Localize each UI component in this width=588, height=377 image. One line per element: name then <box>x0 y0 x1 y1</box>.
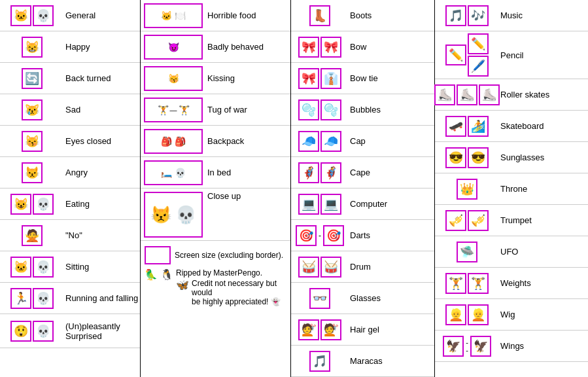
sprite-icon: 👑 <box>460 183 474 195</box>
list-item: 🏃 💀 Running and falling <box>0 283 140 314</box>
sprite-icon: 👱 <box>449 309 463 321</box>
sprite-box: 🫧 <box>320 99 341 120</box>
item-label: Computer <box>346 199 387 209</box>
list-item: 😈 Badly behaved <box>141 31 290 63</box>
penguin-icon: 🐧 <box>160 268 173 281</box>
sprite-container: 😺 💀 <box>3 193 61 215</box>
credit-note: 🦜 🐧 Ripped by MasterPengo. 🦋 Credit not … <box>145 268 286 306</box>
sprite-box: 👱 <box>445 304 466 325</box>
list-item: 🔄 Back turned <box>0 63 140 94</box>
sprite-icon: 🎀 <box>324 41 338 53</box>
credit-line2-row: 🦋 Credit not necessary but wouldbe highl… <box>176 279 286 306</box>
sprite-container: 🐱 💀 <box>3 5 61 27</box>
sprite-box: 🫧 <box>298 99 319 120</box>
list-item: 🐱 💀 Sitting <box>0 251 140 283</box>
sprite-container: 👢 <box>294 5 346 27</box>
list-item: 😲 💀 (Un)pleasantlySurprised <box>0 314 140 348</box>
sprite-box: 😿 <box>22 99 43 120</box>
dash-label: - <box>466 346 468 354</box>
sprite-icon: 🥁 <box>324 261 338 273</box>
sprite-icon: ⛸️ <box>460 89 474 101</box>
list-item: ✏️ ✏️ 🖊️ Pencil <box>435 31 588 79</box>
list-item: 🛸 UFO <box>435 236 588 268</box>
list-item: 🙅 "No" <box>0 220 140 251</box>
item-label: Pencil <box>496 50 523 60</box>
sprite-icon: 💀 <box>175 206 196 223</box>
sprite-box: 😎 <box>468 147 489 168</box>
sprite-icon: 🏋️ <box>179 105 190 115</box>
sprite-box: 💻 <box>298 194 319 215</box>
item-label: Hair gel <box>346 325 379 334</box>
sprite-icon: 🏋️ <box>449 278 463 289</box>
list-item: 😺 💀 Eating <box>0 188 140 220</box>
sprite-icon: 🐱 <box>161 11 172 20</box>
sprite-box: 💀 <box>33 288 54 309</box>
sprite-box: 💇 <box>298 319 319 340</box>
sprite-icon: 💻 <box>324 198 338 210</box>
sprite-box: 👑 <box>457 179 477 200</box>
note-section: Screen size (excluding border). 🦜 🐧 Ripp… <box>141 241 290 312</box>
sprite-icon: 🖊️ <box>471 60 485 72</box>
item-label: General <box>61 10 95 20</box>
item-label: Roller skates <box>496 90 549 99</box>
sprite-container: 🔄 <box>3 67 61 90</box>
item-label: Wings <box>496 341 524 351</box>
list-item: 😎 😎 Sunglasses <box>435 142 588 173</box>
item-label: Kissing <box>203 73 235 83</box>
sprite-box: 🎺 <box>468 210 489 231</box>
sprite-icon: 🛹 <box>449 120 463 132</box>
sprite-icon: 🦅 <box>474 340 488 352</box>
sprite-box: 😲 <box>10 321 31 342</box>
sprite-box: 🧢 <box>298 131 319 152</box>
sprite-container: 🎀 👔 <box>294 67 346 90</box>
sprite-column: ✏️ 🖊️ <box>467 33 489 77</box>
sprite-box: 😽 <box>22 131 43 152</box>
sprite-container: 🧢 🧢 <box>294 130 346 153</box>
sprite-box: 👢 <box>309 5 330 26</box>
item-label: Drum <box>346 262 371 272</box>
main-container: 🐱 💀 General 😸 Happy 🔄 Back turned 😿 Sad <box>0 0 588 377</box>
sprite-box: 👔 <box>320 68 341 89</box>
sprite-icon: 😎 <box>471 152 485 164</box>
list-item: 🎯 - 🎯 Darts <box>291 220 434 251</box>
list-item: 😾 Angry <box>0 157 140 188</box>
sprite-box: 🧢 <box>320 131 341 152</box>
screen-size-note: Screen size (excluding border). <box>145 246 286 264</box>
sprite-icon: 🏋️ <box>471 278 485 289</box>
sprite-icon: 🏄 <box>471 120 485 132</box>
item-label: Weights <box>496 278 531 288</box>
item-label: Angry <box>61 168 88 177</box>
sprite-box-wide: 🐱 🍽️ <box>144 3 203 28</box>
sprite-box: 🏃 <box>10 288 31 309</box>
list-item: 🏋️ — 🏋️ Tug of war <box>141 94 290 126</box>
sprite-box-wide: 🎒 🎒 <box>144 129 203 154</box>
item-label: Sad <box>61 105 80 115</box>
sprite-box: 🎀 <box>320 37 341 58</box>
item-label: Sitting <box>61 262 89 272</box>
item-label: Backpack <box>203 136 244 146</box>
sprite-container: 😲 💀 <box>3 320 61 342</box>
list-item: 😾 💀 Close up <box>141 188 290 241</box>
sprite-box: 🎵 <box>445 5 466 26</box>
sprite-icon: 🐱 <box>14 10 28 22</box>
sprite-box: 😎 <box>445 147 466 168</box>
sprite-box: 🎺 <box>445 210 466 231</box>
sprite-icon: 🎵 <box>313 355 327 367</box>
item-label: UFO <box>496 247 518 257</box>
item-label: "No" <box>61 230 82 240</box>
sprite-container: 🏋️ 🏋️ <box>438 272 496 295</box>
sprite-icon: 💀 <box>36 261 50 273</box>
sprite-container: 😿 <box>3 99 61 121</box>
sprite-container: 🎺 🎺 <box>438 209 496 232</box>
sprite-icon: 💇 <box>324 324 338 336</box>
item-label: Bow <box>346 42 366 52</box>
sprite-icon: 🥁 <box>302 261 316 273</box>
item-label: Badly behaved <box>203 42 264 52</box>
list-item: 😽 Kissing <box>141 63 290 94</box>
sprite-icon: 🎒 <box>161 137 172 146</box>
sprite-icon: 🔄 <box>25 73 39 84</box>
sprite-box: 🐱 <box>10 257 31 278</box>
item-label: Trumpet <box>496 215 532 225</box>
sprite-icon: 🏃 <box>14 293 28 304</box>
sprite-box: 🦸 <box>298 162 319 183</box>
